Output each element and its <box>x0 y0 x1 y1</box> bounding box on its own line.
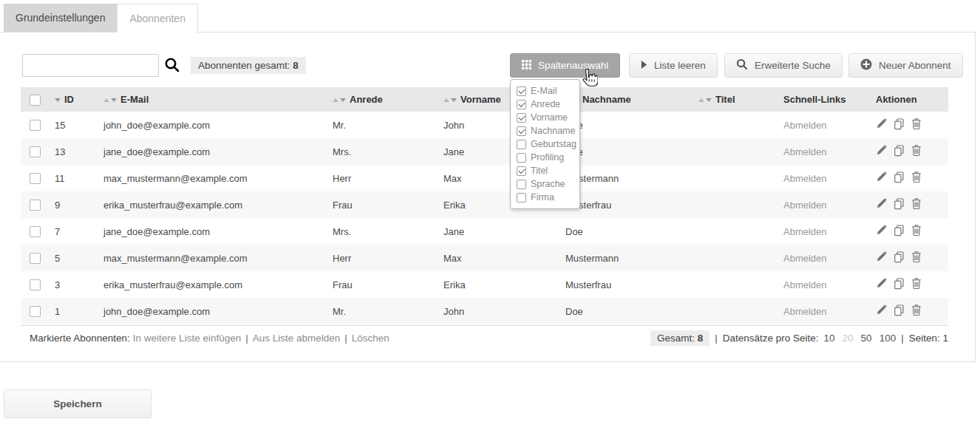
liste-leeren-button[interactable]: Liste leeren <box>629 53 718 78</box>
column-header-id[interactable]: ID <box>46 87 95 112</box>
sort-toggle-icon <box>103 98 117 102</box>
copy-icon[interactable] <box>894 225 905 239</box>
delete-icon[interactable] <box>911 118 922 132</box>
selection-action-link[interactable]: Aus Liste abmelden <box>253 333 341 344</box>
tab-abonnenten[interactable]: Abonnenten <box>117 4 198 33</box>
per-page-option[interactable]: 100 <box>879 333 896 344</box>
checked-checkbox[interactable] <box>517 86 526 96</box>
row-anrede: Herr <box>324 245 435 271</box>
abmelden-link[interactable]: Abmelden <box>783 173 827 184</box>
checked-checkbox[interactable] <box>517 126 526 136</box>
selection-action-bar: Markierte Abonnenten:In weitere Liste ei… <box>30 333 389 344</box>
unchecked-checkbox[interactable] <box>517 180 526 189</box>
column-label: Titel <box>715 94 735 105</box>
delete-icon[interactable] <box>911 145 922 159</box>
checked-checkbox[interactable] <box>517 113 526 123</box>
row-anrede: Herr <box>324 165 435 191</box>
column-option-profiling[interactable]: Profiling <box>511 151 579 164</box>
pages-info: Seiten: 1 <box>909 333 948 344</box>
row-checkbox[interactable] <box>30 146 41 157</box>
row-checkbox[interactable] <box>30 279 41 290</box>
column-option-vorname[interactable]: Vorname <box>511 111 579 124</box>
row-email: jane_doe@example.com <box>95 138 324 165</box>
abmelden-link[interactable]: Abmelden <box>783 279 827 290</box>
row-checkbox[interactable] <box>30 253 41 264</box>
table-row: 3erika_musterfrau@example.comFrauErikaMu… <box>21 271 948 298</box>
abmelden-link[interactable]: Abmelden <box>783 200 827 211</box>
delete-icon[interactable] <box>911 304 922 319</box>
abmelden-link[interactable]: Abmelden <box>783 120 827 131</box>
column-option-geburtstag[interactable]: Geburtstag <box>511 137 579 151</box>
pages-value: 1 <box>942 333 948 344</box>
delete-icon[interactable] <box>911 251 922 265</box>
delete-icon[interactable] <box>911 198 922 212</box>
edit-icon[interactable] <box>876 145 887 158</box>
column-option-titel[interactable]: Titel <box>511 164 579 177</box>
selection-action-link[interactable]: Löschen <box>352 333 389 344</box>
row-email: max_mustermann@example.com <box>95 165 324 191</box>
copy-icon[interactable] <box>894 278 905 292</box>
edit-icon[interactable] <box>876 278 887 291</box>
copy-icon[interactable] <box>894 251 905 265</box>
column-header-email[interactable]: E-Mail <box>95 87 324 112</box>
erweiterte-suche-button[interactable]: Erweiterte Suche <box>724 53 843 78</box>
neuer-abonnent-button[interactable]: Neuer Abonnent <box>848 53 963 78</box>
copy-icon[interactable] <box>894 198 905 212</box>
unchecked-checkbox[interactable] <box>517 193 526 203</box>
column-header-anrede[interactable]: Anrede <box>324 87 435 112</box>
unchecked-checkbox[interactable] <box>517 140 526 149</box>
row-checkbox[interactable] <box>30 120 41 131</box>
abmelden-link[interactable]: Abmelden <box>783 226 827 237</box>
column-option-nachname[interactable]: Nachname <box>511 124 579 137</box>
column-header-titel[interactable]: Titel <box>690 87 775 112</box>
copy-icon[interactable] <box>894 304 905 319</box>
gesamt-label: Gesamt: <box>657 333 695 344</box>
selection-action-link[interactable]: In weitere Liste einfügen <box>133 333 241 344</box>
row-checkbox[interactable] <box>30 173 41 184</box>
tab-grundeinstellungen[interactable]: Grundeinstellungen <box>4 4 117 32</box>
copy-icon[interactable] <box>894 118 905 132</box>
per-page-options: 102050100 <box>824 333 896 344</box>
save-button[interactable]: Speichern <box>4 389 152 418</box>
per-page-option[interactable]: 10 <box>824 333 835 344</box>
delete-icon[interactable] <box>911 171 922 186</box>
row-checkbox[interactable] <box>30 226 41 237</box>
row-checkbox[interactable] <box>30 306 41 317</box>
edit-icon[interactable] <box>876 118 887 132</box>
checked-checkbox[interactable] <box>517 166 526 176</box>
tab-label: Abonnenten <box>129 13 186 24</box>
search-icon[interactable] <box>164 57 180 75</box>
per-page-option[interactable]: 50 <box>861 333 872 344</box>
edit-icon[interactable] <box>876 225 887 238</box>
row-checkbox[interactable] <box>30 200 41 211</box>
row-anrede: Frau <box>324 271 435 298</box>
delete-icon[interactable] <box>911 225 922 239</box>
table-row: 1john_doe@example.comMr.JohnDoeAbmelden <box>21 298 948 324</box>
edit-icon[interactable] <box>876 198 887 211</box>
row-id: 9 <box>46 191 95 218</box>
abmelden-link[interactable]: Abmelden <box>783 306 827 317</box>
row-titel <box>690 165 775 191</box>
column-option-email[interactable]: E-Mail <box>511 84 579 98</box>
column-option-sprache[interactable]: Sprache <box>511 177 579 191</box>
row-select-cell <box>21 138 46 165</box>
row-anrede: Mrs. <box>324 138 435 165</box>
unchecked-checkbox[interactable] <box>517 153 526 163</box>
abmelden-link[interactable]: Abmelden <box>783 253 827 264</box>
sort-toggle-icon <box>333 98 346 102</box>
checked-checkbox[interactable] <box>517 100 526 109</box>
edit-icon[interactable] <box>876 171 887 185</box>
row-email: erika_musterfrau@example.com <box>95 191 324 218</box>
search-input[interactable] <box>22 54 159 77</box>
delete-icon[interactable] <box>911 278 922 292</box>
select-all-checkbox[interactable] <box>30 95 41 106</box>
edit-icon[interactable] <box>876 251 887 265</box>
edit-icon[interactable] <box>876 304 887 318</box>
copy-icon[interactable] <box>894 171 905 186</box>
column-option-firma[interactable]: Firma <box>511 191 579 204</box>
column-option-anrede[interactable]: Anrede <box>511 98 579 111</box>
abmelden-link[interactable]: Abmelden <box>783 146 827 157</box>
spaltenauswahl-button[interactable]: Spaltenauswahl <box>510 53 620 78</box>
copy-icon[interactable] <box>894 145 905 159</box>
row-quick-links: Abmelden <box>775 138 867 165</box>
